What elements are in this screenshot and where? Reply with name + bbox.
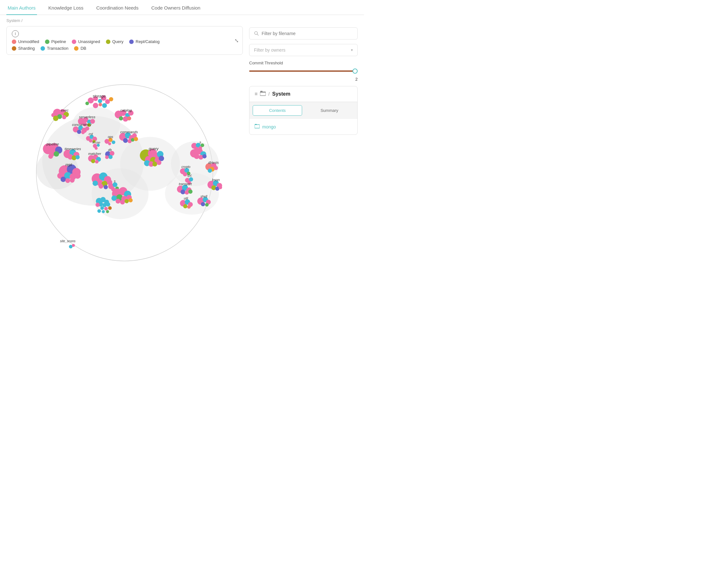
svg-point-31 xyxy=(127,116,131,121)
svg-point-145 xyxy=(108,206,112,210)
svg-point-72 xyxy=(54,151,59,157)
breadcrumb-system[interactable]: System xyxy=(6,18,20,23)
panel-tab-summary[interactable]: Summary xyxy=(305,105,354,116)
svg-point-135 xyxy=(129,198,133,203)
unassigned-label: Unassigned xyxy=(78,39,100,44)
svg-point-41 xyxy=(85,127,89,131)
panel-folder-icon xyxy=(260,91,266,97)
svg-point-16 xyxy=(99,103,102,107)
svg-point-63 xyxy=(95,147,98,150)
filename-input[interactable] xyxy=(262,31,353,36)
filter-filename-container[interactable] xyxy=(249,27,358,40)
svg-point-176 xyxy=(183,204,187,208)
svg-point-12 xyxy=(85,102,89,105)
svg-point-132 xyxy=(115,199,120,204)
viz-svg: storage exec catalog serverless concurre… xyxy=(6,58,243,287)
svg-point-188 xyxy=(194,154,199,159)
label-db: db xyxy=(108,148,112,152)
query-dot xyxy=(106,40,110,44)
legend-db: DB xyxy=(74,46,86,51)
label-rpc: rpc xyxy=(187,174,192,177)
svg-point-15 xyxy=(93,103,98,108)
svg-point-53 xyxy=(123,138,128,143)
mongo-folder-icon xyxy=(255,124,260,129)
label-pipeline: pipeline xyxy=(46,142,59,146)
query-label: Query xyxy=(112,39,123,44)
filter-owners-dropdown[interactable]: Filter by owners ▾ xyxy=(249,44,358,56)
system-panel-prefix: / xyxy=(268,92,270,97)
threshold-slider-container[interactable] xyxy=(249,67,358,75)
threshold-section: Commit Threshold 2 xyxy=(249,61,358,82)
legend-sharding: Sharding xyxy=(12,46,35,51)
panel-menu-icon[interactable]: ≡ xyxy=(255,91,257,97)
svg-point-122 xyxy=(93,181,98,186)
system-panel: ≡ / System Contents Summary xyxy=(249,86,358,135)
left-panel: i Unmodified Pipeline Unassigned Query xyxy=(6,26,243,287)
svg-point-143 xyxy=(100,206,104,210)
legend-query: Query xyxy=(106,39,123,44)
svg-line-192 xyxy=(257,34,258,35)
label-matcher: matcher xyxy=(88,152,101,156)
transaction-dot xyxy=(41,46,45,51)
label-serverless: serverless xyxy=(79,115,96,119)
panel-tab-contents[interactable]: Contents xyxy=(253,105,302,116)
breadcrumb: System / xyxy=(0,15,364,26)
tab-main-authors[interactable]: Main Authors xyxy=(6,0,37,15)
svg-point-95 xyxy=(152,162,157,166)
tab-knowledge-loss[interactable]: Knowledge Loss xyxy=(47,0,85,15)
db-label: DB xyxy=(80,46,86,51)
svg-point-121 xyxy=(107,180,112,185)
svg-point-124 xyxy=(104,185,108,189)
svg-point-151 xyxy=(183,172,187,176)
svg-point-73 xyxy=(48,154,53,159)
svg-point-177 xyxy=(187,205,191,209)
svg-point-134 xyxy=(125,199,129,203)
svg-point-66 xyxy=(108,155,113,159)
folder-item-mongo[interactable]: mongo xyxy=(255,123,352,131)
svg-point-96 xyxy=(157,160,161,165)
label-bson: bson xyxy=(212,178,219,182)
svg-point-14 xyxy=(109,97,113,101)
tab-coordination-needs[interactable]: Coordination Needs xyxy=(95,0,140,15)
svg-point-111 xyxy=(70,178,75,183)
legend-unassigned: Unassigned xyxy=(72,39,100,44)
svg-point-67 xyxy=(105,156,109,159)
svg-point-190 xyxy=(202,154,206,159)
legend-transaction: Transaction xyxy=(41,46,68,51)
svg-point-148 xyxy=(106,210,109,213)
unmodified-label: Unmodified xyxy=(18,39,39,44)
svg-point-56 xyxy=(134,137,138,141)
svg-point-123 xyxy=(99,184,103,189)
label-ttlcpp: ttl.cpp xyxy=(92,141,100,144)
unassigned-dot xyxy=(72,40,76,44)
svg-point-29 xyxy=(119,116,123,121)
info-icon[interactable]: i xyxy=(12,30,19,37)
repl-catalog-dot xyxy=(129,40,134,44)
threshold-label: Commit Threshold xyxy=(249,61,358,65)
svg-point-107 xyxy=(75,173,81,179)
legend-row-2: Sharding Transaction DB xyxy=(12,46,237,51)
tab-code-owners-diffusion[interactable]: Code Owners Diffusion xyxy=(150,0,202,15)
svg-point-109 xyxy=(61,177,66,182)
label-timeseries: timeseries xyxy=(65,147,81,151)
panel-content: mongo xyxy=(249,119,357,135)
slider-track xyxy=(249,70,358,72)
sharding-dot xyxy=(12,46,16,51)
search-icon xyxy=(254,31,259,36)
transaction-label: Transaction xyxy=(47,46,68,51)
db-dot xyxy=(74,46,78,51)
svg-point-42 xyxy=(77,130,81,134)
compress-icon[interactable]: ⤡ xyxy=(234,38,239,44)
system-panel-title: System xyxy=(272,91,290,97)
mongo-label: mongo xyxy=(262,124,276,129)
svg-point-142 xyxy=(96,203,100,207)
svg-point-181 xyxy=(201,202,205,206)
slider-thumb[interactable] xyxy=(353,69,358,74)
svg-point-17 xyxy=(102,103,107,108)
label-crypto: crypto xyxy=(182,165,190,169)
svg-point-43 xyxy=(81,131,85,134)
svg-point-113 xyxy=(113,182,117,187)
svg-point-146 xyxy=(97,209,101,213)
svg-point-22 xyxy=(62,115,66,119)
repl-catalog-label: Repl/Catalog xyxy=(136,39,160,44)
